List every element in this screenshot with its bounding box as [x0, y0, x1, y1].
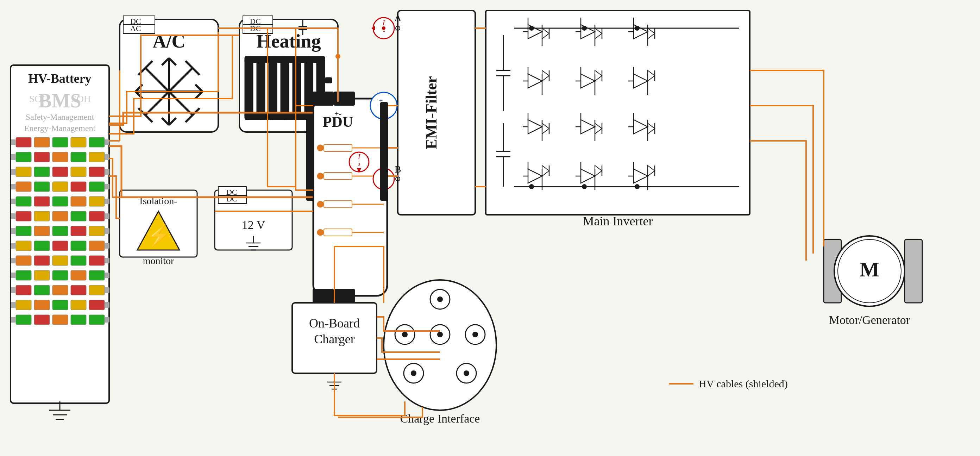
svg-rect-175 [486, 11, 750, 215]
svg-rect-83 [89, 300, 105, 310]
obc-line1: On-Board [309, 316, 360, 330]
svg-rect-4 [52, 137, 68, 147]
svg-rect-60 [52, 256, 68, 266]
svg-point-150 [318, 201, 323, 207]
svg-rect-24 [34, 182, 49, 191]
svg-rect-77 [11, 287, 16, 293]
svg-rect-25 [52, 182, 68, 191]
svg-rect-28 [11, 184, 16, 190]
svg-rect-62 [89, 256, 105, 266]
svg-rect-130 [280, 56, 289, 120]
svg-rect-82 [71, 300, 86, 310]
svg-point-272 [582, 26, 587, 30]
svg-rect-79 [16, 300, 31, 310]
svg-rect-78 [105, 287, 110, 293]
svg-rect-18 [52, 167, 68, 177]
svg-rect-127 [245, 56, 253, 120]
svg-rect-35 [11, 199, 16, 204]
svg-rect-49 [11, 228, 16, 234]
svg-rect-87 [34, 315, 49, 325]
svg-rect-76 [89, 285, 105, 295]
svg-rect-37 [16, 211, 31, 221]
svg-point-168 [382, 26, 385, 30]
svg-rect-5 [71, 137, 86, 147]
svg-rect-32 [52, 196, 68, 206]
isolation-line2: monitor [143, 255, 174, 266]
svg-rect-11 [52, 152, 68, 162]
svg-rect-71 [105, 273, 110, 278]
svg-rect-30 [16, 196, 31, 206]
svg-rect-43 [105, 214, 110, 219]
svg-rect-2 [16, 137, 31, 147]
svg-rect-14 [11, 154, 16, 160]
svg-rect-129 [269, 56, 277, 120]
svg-point-273 [635, 26, 640, 30]
svg-rect-9 [16, 152, 31, 162]
svg-rect-80 [34, 300, 49, 310]
svg-rect-51 [16, 241, 31, 251]
svg-rect-63 [11, 258, 16, 263]
svg-rect-31 [34, 196, 49, 206]
svg-rect-86 [16, 315, 31, 325]
svg-rect-39 [52, 211, 68, 221]
svg-rect-70 [11, 273, 16, 278]
svg-rect-36 [105, 199, 110, 204]
safety-label: Safety-Management [26, 112, 94, 121]
svg-rect-22 [105, 169, 110, 175]
svg-rect-45 [34, 226, 49, 236]
svg-rect-54 [71, 241, 86, 251]
ac-label: A/C [153, 30, 186, 52]
soh-label: SOH [71, 93, 91, 104]
svg-point-149 [318, 173, 323, 179]
svg-rect-13 [89, 152, 105, 162]
svg-rect-6 [89, 137, 105, 147]
svg-rect-75 [71, 285, 86, 295]
svg-rect-44 [16, 226, 31, 236]
svg-rect-56 [11, 243, 16, 249]
svg-rect-21 [11, 169, 16, 175]
svg-rect-46 [52, 226, 68, 236]
svg-rect-12 [71, 152, 86, 162]
svg-rect-40 [71, 211, 86, 221]
svg-rect-162 [334, 92, 355, 106]
dcdc-label-bottom: DC [226, 195, 237, 203]
svg-rect-66 [34, 270, 49, 280]
main-inverter-label: Main Inverter [583, 214, 653, 228]
svg-rect-19 [71, 167, 86, 177]
svg-rect-85 [105, 302, 110, 308]
svg-rect-20 [89, 167, 105, 177]
svg-rect-81 [52, 300, 68, 310]
svg-point-294 [464, 370, 469, 376]
charge-interface-label: Charge Interface [400, 412, 480, 425]
svg-rect-53 [52, 241, 68, 251]
svg-rect-48 [89, 226, 105, 236]
svg-point-151 [318, 230, 323, 235]
svg-point-276 [635, 184, 640, 189]
svg-rect-29 [105, 184, 110, 190]
svg-rect-131 [293, 56, 301, 120]
svg-rect-163 [334, 289, 355, 303]
heating-label: Heating [257, 30, 321, 52]
svg-rect-68 [71, 270, 86, 280]
svg-point-271 [529, 26, 534, 30]
svg-rect-161 [313, 289, 334, 303]
svg-rect-10 [34, 152, 49, 162]
svg-rect-64 [105, 258, 110, 263]
point-a: A [394, 12, 402, 23]
svg-point-274 [529, 184, 534, 189]
svg-point-290 [473, 332, 478, 337]
hv-battery-label: HV-Battery [28, 72, 91, 86]
svg-rect-59 [34, 256, 49, 266]
svg-point-307 [318, 145, 323, 150]
svg-rect-41 [89, 211, 105, 221]
svg-rect-65 [16, 270, 31, 280]
svg-rect-34 [89, 196, 105, 206]
energy-label: Energy-Management [24, 124, 95, 133]
svg-rect-42 [11, 214, 16, 219]
emi-filter-label: EMI-Filter [423, 76, 440, 149]
svg-rect-16 [16, 167, 31, 177]
svg-rect-17 [34, 167, 49, 177]
svg-rect-55 [89, 241, 105, 251]
svg-rect-160 [313, 92, 334, 106]
dc-voltage-label: 12 V [242, 218, 266, 231]
